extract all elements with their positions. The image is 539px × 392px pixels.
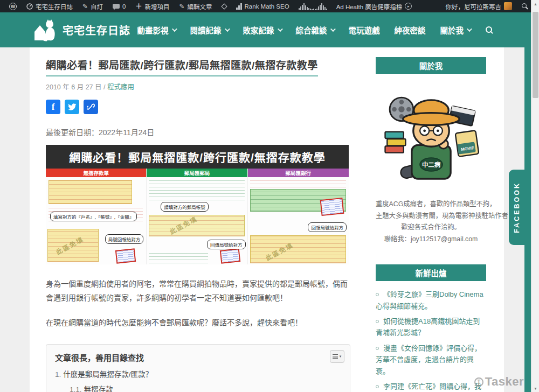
table-of-contents: 文章很長，善用目錄查找 ▼ 1.什麼是郵局無摺存款/匯款？ 1.1.無摺存款 1…: [46, 344, 350, 392]
featured-image: 網購必看！郵局無摺匯款/跨行匯款/無摺存款教學 無摺存款單 填寫對方的『戶名』,…: [46, 145, 349, 264]
chevron-down-icon: [330, 26, 335, 32]
list-icon: [333, 354, 338, 359]
admin-greeting: 你好，尼可拉斯寒吉: [446, 2, 502, 11]
comment-count: 0: [122, 3, 126, 10]
bullet-icon: [376, 293, 379, 296]
list-item: 如何從機捷A18高鐵桃園站走到青埔新光影城？: [376, 316, 486, 339]
header-search-icon[interactable]: [485, 26, 493, 34]
nav-item-about[interactable]: 關於我: [440, 24, 471, 36]
post-date: 2010 年 6 月 27 日: [46, 83, 102, 91]
nav-item-misc[interactable]: 綜合雜談: [296, 24, 334, 36]
column-title: 郵局匯銀行: [248, 169, 349, 177]
book-icon: [387, 139, 405, 145]
admin-site-name-label: 宅宅生存日誌: [36, 2, 73, 11]
bar-chart-icon: [236, 3, 242, 10]
site-header: 宅宅生存日誌 動畫影視 閱讀記錄 敗家記錄 綜合雜談 電玩遊戲 紳夜密談 關於我: [0, 12, 531, 47]
recent-posts-list: 《鈴芽之旅》三刷Dolby Cinema心得與細節補充。 如何從機捷A18高鐵桃…: [376, 289, 486, 392]
scrollbar-thumb[interactable]: [533, 12, 538, 98]
chevron-down-icon: [224, 26, 230, 32]
bullet-icon: [376, 385, 379, 388]
list-item: 李同建《死亡花》閱讀心得，我做人體實驗殺了223人，但得到能治癒所有疾病的醫療技…: [376, 381, 486, 392]
nav-item-shopping[interactable]: 敗家記錄: [243, 24, 281, 36]
admin-comments[interactable]: 0: [108, 0, 130, 12]
paragraph: 在現在網購當道的時代怎麼能夠不會郵局匯款呢？廢話不多說，趕快來看吧！: [46, 316, 350, 330]
link-chain-icon: [87, 103, 95, 111]
sidebar: 關於我 MOVIE: [376, 57, 486, 392]
analytics-sparkline-icon: [294, 3, 331, 10]
right-edge-strip: [524, 47, 531, 392]
nav-item-anime[interactable]: 動畫影視: [137, 24, 176, 36]
chevron-down-icon: [277, 26, 282, 32]
site-logo[interactable]: 宅宅生存日誌: [33, 19, 130, 41]
post-meta: 2010 年 6 月 27 日 / 程式應用: [46, 81, 350, 92]
plus-icon: ＋: [135, 3, 142, 10]
bullet-icon: [376, 320, 379, 323]
list-item: 《鈴芽之旅》三刷Dolby Cinema心得與細節補充。: [376, 289, 486, 312]
scroll-down-arrow[interactable]: ▼: [531, 384, 539, 392]
article: 網購必看！郵局匯款/跨行匯款/郵局無摺匯款/無摺存款教學 2010 年 6 月 …: [46, 57, 350, 392]
last-updated: 最後更新日期：2022年11月24日: [46, 127, 350, 137]
share-buttons: f: [46, 100, 350, 114]
admin-plugin-menu[interactable]: [217, 0, 231, 12]
copy-link-button[interactable]: [84, 100, 98, 114]
toc-item: 1.什麼是郵局無摺存款/匯款？: [55, 367, 341, 382]
page-scrollbar[interactable]: ▲ ▼: [531, 0, 539, 392]
about-widget-title: 關於我: [376, 57, 486, 74]
pencil-icon: ✎: [179, 3, 184, 10]
admin-ad-health[interactable]: Ad Health 廣告健康指標 ▸: [331, 0, 417, 12]
wp-admin-bar: W 宅宅生存日誌 ✎ 自訂 0 ＋ 新增項目 ✎ 編輯文章: [0, 0, 539, 12]
admin-account-menu[interactable]: 你好，尼可拉斯寒吉: [441, 0, 517, 12]
wp-logo-menu[interactable]: W: [4, 0, 22, 12]
admin-edit-post[interactable]: ✎ 編輯文章: [174, 0, 217, 12]
dashboard-gauge-icon: [26, 3, 33, 10]
toc-title: 文章很長，善用目錄查找: [55, 352, 341, 363]
book-icon: [385, 146, 403, 152]
scroll-up-arrow[interactable]: ▲: [531, 0, 539, 8]
column-title: 郵局匯郵局: [147, 169, 247, 177]
diamond-icon: [221, 3, 227, 9]
figure-column-post-to-bank: 郵局匯銀行 回報局號給對方 此區免填: [248, 169, 349, 264]
tasker-watermark: T Tasker: [474, 375, 524, 389]
chevron-down-icon: [467, 26, 472, 32]
straw-hat: [403, 113, 459, 125]
admin-rank-math[interactable]: Rank Math SEO: [231, 0, 294, 12]
nav-item-games[interactable]: 電玩遊戲: [349, 24, 380, 36]
toc-toggle-button[interactable]: ▼: [330, 350, 344, 363]
nav-item-night-talk[interactable]: 紳夜密談: [395, 24, 426, 36]
figure-column-deposit: 無摺存款單 填寫對方的『戶名』,『帳號』,『金額』 此區免填 局號回報給對方: [46, 169, 147, 264]
page-title: 網購必看！郵局匯款/跨行匯款/郵局無摺匯款/無摺存款教學: [46, 57, 318, 76]
tasker-logo-icon: T: [474, 377, 483, 387]
facebook-share-button[interactable]: f: [46, 100, 60, 114]
main-nav: 動畫影視 閱讀記錄 敗家記錄 綜合雜談 電玩遊戲 紳夜密談 關於我: [137, 24, 494, 36]
column-title: 無摺存款單: [46, 169, 146, 177]
nav-item-reading[interactable]: 閱讀記錄: [190, 24, 229, 36]
author-avatar: MOVIE: [380, 88, 482, 192]
about-description: 重度ACG成癮者，喜歡的作品類型不拘， 主題大多與動漫有關，現為電影神搜駐站作者…: [376, 199, 486, 245]
brush-icon: ✎: [82, 3, 88, 10]
comment-icon: [113, 4, 120, 9]
chevron-down-icon: [171, 26, 177, 32]
callout: 局號回報給對方: [105, 234, 144, 244]
admin-customize[interactable]: ✎ 自訂: [78, 0, 108, 12]
admin-site-name[interactable]: 宅宅生存日誌: [22, 0, 78, 12]
featured-banner: 網購必看！郵局無摺匯款/跨行匯款/無摺存款教學: [46, 145, 349, 169]
paragraph: 身為一個重度網拍使用者的阿宅，常常在購買網拍物品時，賣家提供的都是郵局帳號，偶而…: [46, 277, 350, 305]
admin-search-icon[interactable]: [521, 3, 528, 10]
twitter-bird-icon: [68, 103, 77, 111]
site-title: 宅宅生存日誌: [63, 22, 130, 38]
page: W 宅宅生存日誌 ✎ 自訂 0 ＋ 新增項目 ✎ 編輯文章: [0, 0, 539, 392]
book-icon: [385, 132, 403, 138]
callout: 填寫對方的『戶名』,『帳號』,『金額』: [50, 212, 137, 221]
callout: 請填對方的郵局帳號: [161, 202, 209, 212]
chevron-down-icon: ▼: [339, 355, 342, 358]
receipt-stamp: [115, 248, 136, 264]
content-area: 網購必看！郵局匯款/跨行匯款/郵局無摺匯款/無摺存款教學 2010 年 6 月 …: [30, 47, 504, 392]
bullet-icon: [376, 347, 379, 350]
twitter-share-button[interactable]: [65, 100, 79, 114]
callout: 回傳局號給對方: [207, 240, 246, 249]
ad-health-icon: ▸: [405, 3, 412, 10]
facebook-slide-tab[interactable]: FACEBOOK: [509, 170, 525, 245]
category-link[interactable]: 程式應用: [107, 83, 134, 91]
wordpress-logo-icon: W: [9, 3, 17, 10]
admin-new-item[interactable]: ＋ 新增項目: [130, 0, 174, 12]
